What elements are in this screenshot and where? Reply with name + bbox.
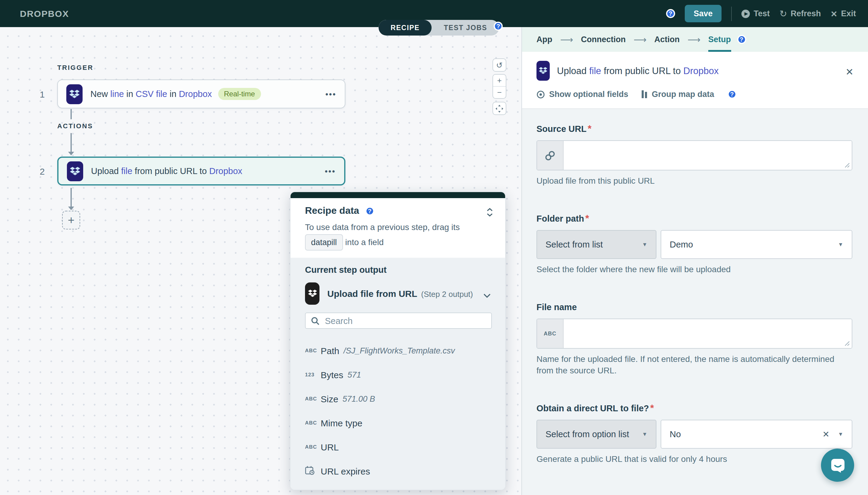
- caret-down-icon: ▼: [838, 241, 843, 248]
- direct-url-value-select[interactable]: No ✕ ▼: [661, 420, 852, 449]
- zoom-out-button[interactable]: −: [493, 86, 506, 98]
- recipe-data-header: Recipe data ? To use data from a previou…: [291, 198, 505, 258]
- field-helper: Select the folder where the new file wil…: [537, 264, 852, 275]
- connector-arrow: [70, 133, 71, 153]
- tab-test-jobs[interactable]: TEST JOBS: [431, 20, 499, 36]
- datapill-url-expires[interactable]: URL expires: [305, 459, 492, 483]
- chevron-down-icon[interactable]: [484, 290, 491, 301]
- datapill-rev[interactable]: ABC Rev 84677140b: [305, 483, 492, 490]
- action-file-link[interactable]: file: [121, 166, 132, 176]
- search-input[interactable]: [324, 315, 486, 326]
- text-type-icon: ABC: [305, 347, 320, 354]
- dropbox-app-icon: [537, 61, 550, 81]
- text-type-icon: ABC: [537, 319, 563, 348]
- field-folder-path: Folder path* Select from list ▼ Demo ▼ S…: [537, 213, 852, 275]
- datapill-mime-type[interactable]: ABC Mime type: [305, 411, 492, 435]
- field-file-name: File name ABC Name for the uploaded file…: [537, 302, 852, 376]
- datapill-search[interactable]: [305, 312, 492, 329]
- step-1-trigger-card[interactable]: New line in CSV file in Dropbox Real-tim…: [57, 80, 345, 108]
- breadcrumb-connection[interactable]: Connection: [581, 27, 626, 52]
- config-header: Upload file from public URL to Dropbox ✕…: [522, 52, 868, 109]
- save-button[interactable]: Save: [685, 5, 722, 22]
- field-direct-url: Obtain a direct URL to file?* Select fro…: [537, 403, 852, 465]
- step-2-action-card[interactable]: Upload file from public URL to Dropbox •…: [57, 157, 345, 186]
- breadcrumb-app[interactable]: App: [537, 27, 553, 52]
- datapill-chip: datapill: [305, 234, 343, 251]
- reset-view-button[interactable]: ↺: [492, 58, 506, 72]
- current-step-output-section: Current step output Upload file from URL…: [291, 258, 505, 490]
- arrow-right-icon: ⟶: [679, 27, 708, 52]
- play-icon: ▶: [742, 9, 750, 18]
- datapill-list: ABC Path /SJ_FlightWorks_Template.csv 12…: [305, 338, 492, 490]
- help-icon[interactable]: ?: [666, 9, 675, 18]
- collapse-panel-icon[interactable]: [487, 208, 493, 219]
- columns-icon: [642, 90, 648, 98]
- fit-view-button[interactable]: [492, 102, 506, 115]
- fields-help-icon[interactable]: ?: [727, 90, 737, 99]
- datapill-url[interactable]: ABC URL: [305, 435, 492, 459]
- step-menu-icon[interactable]: •••: [326, 89, 337, 99]
- connector-line: [70, 109, 71, 119]
- field-source-url: Source URL* Upload file from this public…: [537, 123, 852, 187]
- recipe-data-drag-handle[interactable]: [291, 192, 505, 198]
- output-step-subtitle: (Step 2 output): [421, 289, 473, 298]
- recipe-data-description: To use data from a previous step, drag i…: [305, 220, 489, 251]
- recipe-title: DROPBOX: [20, 8, 69, 19]
- step-menu-icon[interactable]: •••: [325, 167, 336, 175]
- chat-launcher-button[interactable]: [821, 449, 854, 482]
- tab-recipe[interactable]: RECIPE: [379, 20, 431, 36]
- refresh-button[interactable]: ↻ Refresh: [780, 8, 821, 19]
- config-file-link[interactable]: file: [589, 65, 601, 75]
- recipe-data-help-icon[interactable]: ?: [365, 206, 374, 215]
- action-dropbox-link[interactable]: Dropbox: [209, 166, 242, 176]
- step-number: 1: [35, 89, 49, 99]
- field-helper: Upload file from this public URL: [537, 175, 852, 187]
- folder-path-mode-select[interactable]: Select from list ▼: [537, 230, 656, 259]
- datapill-path[interactable]: ABC Path /SJ_FlightWorks_Template.csv: [305, 338, 492, 362]
- search-icon: [311, 317, 320, 325]
- actions-section-label: ACTIONS: [57, 122, 93, 130]
- close-icon: ✕: [831, 9, 838, 18]
- exit-button[interactable]: ✕ Exit: [831, 9, 856, 18]
- trigger-dropbox-link[interactable]: Dropbox: [179, 89, 212, 99]
- caret-down-icon: ▼: [642, 431, 648, 437]
- reset-icon: ↺: [496, 61, 503, 70]
- breadcrumb-setup[interactable]: Setup: [708, 27, 731, 52]
- trigger-line-link[interactable]: line: [110, 89, 124, 99]
- recipe-data-title: Recipe data: [305, 205, 359, 216]
- step-number: 2: [35, 166, 49, 176]
- test-button[interactable]: ▶ Test: [742, 9, 770, 18]
- step-title: Upload file from public URL to Dropbox: [91, 166, 242, 176]
- zoom-in-button[interactable]: +: [493, 75, 506, 86]
- datapill-size[interactable]: ABC Size 571.00 B: [305, 387, 492, 411]
- tabs-help-icon[interactable]: ?: [494, 22, 503, 31]
- folder-path-value-select[interactable]: Demo ▼: [661, 230, 852, 259]
- config-dropbox-link[interactable]: Dropbox: [683, 65, 719, 75]
- group-map-data-button[interactable]: Group map data: [642, 90, 714, 99]
- close-panel-icon[interactable]: ✕: [846, 66, 853, 78]
- clear-value-icon[interactable]: ✕: [822, 429, 830, 439]
- step-output-header[interactable]: Upload file from URL (Step 2 output): [305, 283, 492, 305]
- file-name-input[interactable]: [563, 319, 852, 348]
- field-helper: Name for the uploaded file. If not enter…: [537, 354, 852, 376]
- show-optional-fields-button[interactable]: Show optional fields: [537, 90, 628, 99]
- recipe-data-panel: Recipe data ? To use data from a previou…: [290, 191, 506, 490]
- dropbox-app-icon: [67, 161, 83, 181]
- step-title: New line in CSV file in Dropbox: [91, 89, 212, 99]
- arrow-right-icon: ⟶: [553, 27, 581, 52]
- direct-url-mode-select[interactable]: Select from option list ▼: [537, 420, 656, 449]
- trigger-csv-link[interactable]: CSV file: [136, 89, 167, 99]
- config-breadcrumb: App ⟶ Connection ⟶ Action ⟶ Setup ?: [522, 27, 868, 52]
- add-step-button[interactable]: +: [62, 211, 80, 229]
- required-asterisk: *: [588, 123, 591, 134]
- breadcrumb-help-icon[interactable]: ?: [737, 35, 746, 44]
- source-url-input[interactable]: [563, 141, 852, 170]
- dropbox-app-icon: [66, 84, 83, 104]
- realtime-badge: Real-time: [218, 88, 261, 100]
- chat-bubble-icon: [829, 457, 846, 474]
- required-asterisk: *: [585, 213, 589, 223]
- breadcrumb-action[interactable]: Action: [654, 27, 679, 52]
- section-title: Current step output: [305, 265, 492, 275]
- required-asterisk: *: [650, 403, 654, 413]
- datapill-bytes[interactable]: 123 Bytes 571: [305, 362, 492, 387]
